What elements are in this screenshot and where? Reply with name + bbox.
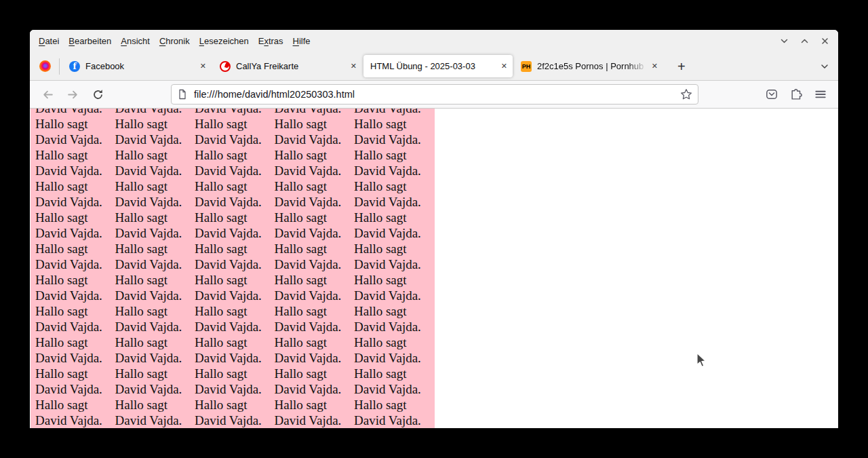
text-line: Hallo sagt — [195, 147, 275, 163]
tab-html-übung-2025-03-03[interactable]: HTML Übung - 2025-03-03✕ — [363, 55, 513, 77]
reload-button[interactable] — [88, 85, 107, 104]
text-line: David Vajda. — [354, 132, 434, 147]
text-line: Hallo sagt — [35, 116, 115, 132]
navigation-toolbar: file:///home/david/html20250303.html — [30, 81, 838, 109]
extensions-button[interactable] — [790, 88, 802, 100]
menu-item-extras[interactable]: Extras — [254, 36, 288, 46]
back-button[interactable] — [38, 85, 57, 104]
pink-text-block: David Vajda.Hallo sagtDavid Vajda.Hallo … — [31, 109, 435, 428]
text-line: David Vajda. — [35, 288, 115, 303]
tab-close-button[interactable]: ✕ — [501, 62, 507, 71]
url-text[interactable]: file:///home/david/html20250303.html — [194, 89, 680, 100]
tab-label: 2f2c1e5s Pornos | Pornhub — [537, 61, 648, 71]
text-line: David Vajda. — [115, 413, 195, 428]
text-line: David Vajda. — [35, 109, 115, 116]
maximize-button[interactable] — [800, 36, 810, 46]
pornhub-favicon-icon: PH — [521, 61, 532, 72]
text-line: David Vajda. — [115, 163, 195, 178]
text-line: Hallo sagt — [115, 335, 195, 350]
text-line: Hallo sagt — [115, 210, 195, 225]
chevron-down-icon — [820, 62, 829, 71]
firefox-logo-icon[interactable] — [39, 60, 51, 72]
text-line: David Vajda. — [275, 413, 355, 428]
text-line: Hallo sagt — [195, 116, 275, 132]
list-all-tabs-button[interactable] — [820, 62, 829, 71]
text-line: David Vajda. — [35, 350, 115, 366]
text-line: Hallo sagt — [275, 210, 355, 225]
tab-facebook[interactable]: fFacebook✕ — [62, 55, 212, 77]
text-line: David Vajda. — [115, 288, 195, 303]
text-line: David Vajda. — [275, 225, 355, 241]
tab-close-button[interactable]: ✕ — [351, 62, 357, 71]
text-line: Hallo sagt — [354, 178, 434, 194]
text-line: David Vajda. — [195, 256, 275, 272]
text-line: Hallo sagt — [354, 335, 434, 350]
page-info-button[interactable] — [177, 89, 188, 100]
text-line: David Vajda. — [35, 163, 115, 178]
forward-button[interactable] — [63, 85, 82, 104]
text-line: David Vajda. — [275, 163, 355, 178]
text-line: David Vajda. — [115, 381, 195, 397]
page-content: David Vajda.Hallo sagtDavid Vajda.Hallo … — [30, 109, 838, 428]
tab-close-button[interactable]: ✕ — [652, 62, 658, 71]
text-line: David Vajda. — [354, 413, 434, 428]
tab-callya-freikarte[interactable]: CallYa Freikarte✕ — [213, 55, 362, 77]
menu-item-chronik[interactable]: Chronik — [155, 36, 195, 46]
window-controls — [779, 36, 838, 46]
text-line: David Vajda. — [195, 413, 275, 428]
text-line: David Vajda. — [354, 319, 434, 335]
url-bar[interactable]: file:///home/david/html20250303.html — [171, 84, 698, 104]
menu-item-ansicht[interactable]: Ansicht — [116, 36, 155, 46]
text-line: David Vajda. — [354, 350, 434, 366]
text-column-4: David Vajda.Hallo sagtDavid Vajda.Hallo … — [275, 109, 355, 428]
text-line: David Vajda. — [195, 194, 275, 210]
back-arrow-icon — [42, 89, 54, 100]
text-line: Hallo sagt — [35, 272, 115, 288]
text-line: Hallo sagt — [35, 210, 115, 225]
text-column-3: David Vajda.Hallo sagtDavid Vajda.Hallo … — [195, 109, 275, 428]
text-line: David Vajda. — [275, 109, 355, 116]
text-line: Hallo sagt — [115, 366, 195, 381]
text-line: David Vajda. — [35, 381, 115, 397]
browser-window: DateiBearbeitenAnsichtChronikLesezeichen… — [30, 30, 838, 428]
text-line: Hallo sagt — [115, 303, 195, 319]
hamburger-menu-button[interactable] — [814, 88, 827, 100]
text-line: Hallo sagt — [275, 272, 355, 288]
text-line: Hallo sagt — [275, 303, 355, 319]
tab-2f2c1e5s-pornos-pornhub[interactable]: PH2f2c1e5s Pornos | Pornhub✕ — [514, 55, 663, 77]
text-line: David Vajda. — [195, 132, 275, 147]
text-line: Hallo sagt — [354, 116, 434, 132]
text-line: David Vajda. — [115, 225, 195, 241]
pocket-button[interactable] — [766, 88, 778, 100]
text-line: Hallo sagt — [195, 366, 275, 381]
text-line: Hallo sagt — [275, 241, 355, 256]
text-line: David Vajda. — [354, 194, 434, 210]
vodafone-drop-icon — [224, 62, 230, 68]
text-line: David Vajda. — [275, 256, 355, 272]
bookmark-star-button[interactable] — [680, 88, 692, 100]
menu-item-datei[interactable]: Datei — [34, 36, 64, 46]
text-line: David Vajda. — [354, 288, 434, 303]
text-columns: David Vajda.Hallo sagtDavid Vajda.Hallo … — [31, 109, 435, 428]
close-button[interactable] — [820, 36, 830, 46]
pocket-icon — [766, 88, 778, 100]
text-line: Hallo sagt — [354, 272, 434, 288]
new-tab-button[interactable]: + — [673, 60, 690, 73]
text-line: David Vajda. — [354, 109, 434, 116]
text-line: Hallo sagt — [195, 397, 275, 413]
reload-icon — [92, 89, 104, 100]
menu-item-lesezeichen[interactable]: Lesezeichen — [195, 36, 254, 46]
text-line: David Vajda. — [195, 109, 275, 116]
text-line: David Vajda. — [275, 381, 355, 397]
text-line: Hallo sagt — [195, 210, 275, 225]
text-line: David Vajda. — [115, 256, 195, 272]
text-line: David Vajda. — [354, 256, 434, 272]
tab-close-button[interactable]: ✕ — [200, 62, 206, 71]
text-line: David Vajda. — [275, 132, 355, 147]
minimize-button[interactable] — [779, 36, 789, 46]
text-line: Hallo sagt — [35, 241, 115, 256]
menu-item-hilfe[interactable]: Hilfe — [288, 36, 315, 46]
text-line: David Vajda. — [115, 109, 195, 116]
text-line: David Vajda. — [115, 350, 195, 366]
menu-item-bearbeiten[interactable]: Bearbeiten — [64, 36, 116, 46]
